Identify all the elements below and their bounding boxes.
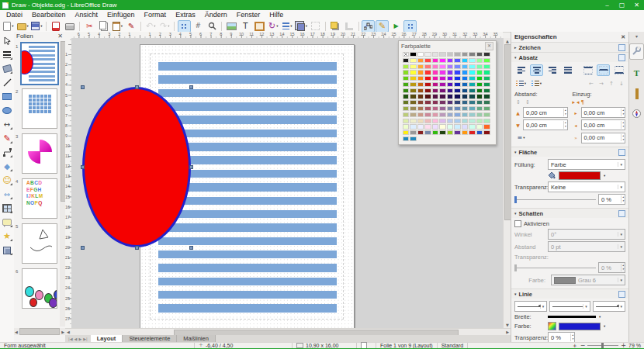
palette-color-swatch[interactable] bbox=[417, 58, 424, 63]
palette-color-swatch[interactable] bbox=[403, 119, 409, 123]
palette-color-swatch[interactable] bbox=[410, 112, 416, 117]
palette-color-swatch[interactable] bbox=[439, 106, 445, 111]
palette-color-swatch[interactable] bbox=[424, 76, 431, 81]
palette-color-swatch[interactable] bbox=[417, 82, 424, 87]
section-absatz-header[interactable]: ▾ Absatz bbox=[511, 52, 628, 62]
selection-handle[interactable] bbox=[189, 246, 193, 250]
palette-color-swatch[interactable] bbox=[447, 58, 453, 63]
dropdown-icon[interactable]: ▾ bbox=[306, 24, 307, 28]
ellipse-tool[interactable] bbox=[0, 104, 14, 117]
palette-color-swatch[interactable] bbox=[439, 88, 445, 93]
selection-handle[interactable] bbox=[189, 85, 193, 89]
line-transparency-field[interactable]: 0 %▴▾ bbox=[548, 332, 575, 342]
palette-color-swatch[interactable] bbox=[417, 64, 424, 69]
selection-handle[interactable] bbox=[135, 85, 139, 89]
palette-color-swatch[interactable] bbox=[417, 76, 424, 81]
palette-color-swatch[interactable] bbox=[403, 94, 409, 98]
line-width-dropdown-icon[interactable]: ▾ bbox=[599, 315, 601, 319]
valign-center-button[interactable] bbox=[597, 64, 610, 76]
numbered-list-button[interactable]: ▾ bbox=[530, 78, 543, 89]
curve-tool[interactable]: ✎ bbox=[0, 132, 14, 145]
blue-stripe-shape[interactable] bbox=[158, 291, 337, 299]
slide-thumbnail-1[interactable]: 1 bbox=[22, 43, 59, 84]
palette-color-swatch[interactable] bbox=[410, 70, 416, 74]
palette-color-swatch[interactable] bbox=[439, 64, 445, 69]
print-button[interactable] bbox=[64, 20, 77, 33]
palette-color-swatch[interactable] bbox=[410, 106, 416, 111]
selection-handle[interactable] bbox=[81, 85, 85, 89]
palette-color-swatch[interactable] bbox=[439, 76, 445, 81]
sidebar-tab-styles[interactable]: T bbox=[629, 64, 644, 81]
palette-color-swatch[interactable] bbox=[410, 64, 416, 69]
palette-color-swatch[interactable] bbox=[454, 70, 460, 74]
palette-color-swatch[interactable] bbox=[483, 64, 490, 69]
palette-color-swatch[interactable] bbox=[424, 82, 431, 87]
zoom-button[interactable] bbox=[206, 20, 219, 33]
palette-color-swatch[interactable] bbox=[403, 70, 409, 74]
palette-color-swatch[interactable] bbox=[476, 130, 483, 135]
palette-color-swatch[interactable] bbox=[447, 70, 453, 74]
palette-color-swatch[interactable] bbox=[469, 124, 475, 129]
palette-color-swatch[interactable] bbox=[439, 94, 445, 98]
palette-color-swatch[interactable] bbox=[462, 76, 468, 81]
palette-color-swatch[interactable] bbox=[469, 112, 475, 117]
palette-color-swatch[interactable] bbox=[476, 76, 483, 81]
palette-color-swatch[interactable] bbox=[432, 94, 438, 98]
palette-color-swatch[interactable] bbox=[483, 100, 490, 105]
dialog-launcher-icon[interactable] bbox=[618, 291, 625, 298]
palette-color-swatch[interactable] bbox=[417, 119, 424, 123]
palette-color-swatch[interactable] bbox=[439, 52, 445, 57]
palette-color-swatch[interactable] bbox=[432, 106, 438, 111]
palette-color-swatch[interactable] bbox=[469, 130, 475, 135]
edit-points-button[interactable] bbox=[362, 20, 375, 33]
palette-color-swatch[interactable] bbox=[424, 106, 431, 111]
palette-color-swatch[interactable] bbox=[462, 58, 468, 63]
palette-color-swatch[interactable] bbox=[462, 112, 468, 117]
palette-color-swatch[interactable] bbox=[483, 52, 490, 57]
increase-indent-icon[interactable]: ▸ bbox=[573, 99, 576, 105]
palette-color-swatch[interactable] bbox=[483, 124, 490, 129]
fill-transparency-field[interactable]: 0 %▴▾ bbox=[598, 194, 625, 205]
palette-color-swatch[interactable] bbox=[469, 119, 475, 123]
palette-color-swatch[interactable] bbox=[432, 119, 438, 123]
section-zeichen-header[interactable]: ▸ Zeichen bbox=[511, 42, 628, 52]
palette-color-swatch[interactable] bbox=[476, 82, 483, 87]
palette-color-swatch[interactable] bbox=[403, 124, 409, 129]
palette-color-swatch[interactable] bbox=[483, 88, 490, 93]
menu-fenster[interactable]: Fenster bbox=[232, 10, 265, 20]
palette-color-swatch[interactable] bbox=[424, 88, 431, 93]
connector-tool[interactable] bbox=[0, 146, 14, 159]
sidebar-settings-icon[interactable]: ▾ bbox=[635, 33, 638, 39]
export-pdf-button[interactable] bbox=[50, 20, 63, 33]
blue-stripe-shape[interactable] bbox=[158, 89, 337, 98]
palette-color-swatch[interactable] bbox=[424, 94, 431, 98]
palette-color-swatch[interactable] bbox=[410, 82, 416, 87]
fill-type-select[interactable]: Farbe▾ bbox=[548, 159, 625, 170]
palette-color-swatch[interactable] bbox=[454, 119, 460, 123]
tab-nav-next-icon[interactable]: ▶ bbox=[78, 337, 81, 341]
palette-color-swatch[interactable] bbox=[410, 76, 416, 81]
blue-stripe-shape[interactable] bbox=[158, 116, 337, 124]
tab-nav-prev-icon[interactable]: ◀ bbox=[74, 337, 78, 341]
tab-nav-first-icon[interactable]: |◀ bbox=[68, 337, 73, 341]
palette-color-swatch[interactable] bbox=[483, 112, 490, 117]
blue-stripe-shape[interactable] bbox=[158, 62, 337, 71]
palette-color-swatch[interactable] bbox=[454, 52, 460, 57]
palette-color-swatch[interactable] bbox=[454, 94, 460, 98]
palette-color-swatch[interactable] bbox=[454, 130, 460, 135]
palette-color-swatch[interactable] bbox=[424, 124, 431, 129]
palette-color-swatch[interactable] bbox=[403, 64, 409, 69]
fill-color-swatch[interactable] bbox=[559, 171, 601, 180]
paste-button[interactable]: ▾ bbox=[111, 20, 124, 33]
palette-color-swatch[interactable] bbox=[417, 124, 424, 129]
palette-color-swatch[interactable] bbox=[432, 130, 438, 135]
palette-color-swatch[interactable] bbox=[454, 58, 460, 63]
line-tool[interactable] bbox=[0, 76, 14, 89]
scroll-left-icon[interactable]: ◀ bbox=[14, 330, 19, 334]
spacing-below-field[interactable]: 0,00 cm▴▾ bbox=[523, 119, 568, 130]
palette-color-swatch[interactable] bbox=[417, 130, 424, 135]
palette-color-swatch[interactable] bbox=[424, 58, 431, 63]
layer-tab-steuerelemente[interactable]: Steuerelemente bbox=[123, 335, 177, 342]
palette-color-swatch[interactable] bbox=[417, 100, 424, 105]
palette-color-swatch[interactable] bbox=[469, 94, 475, 98]
